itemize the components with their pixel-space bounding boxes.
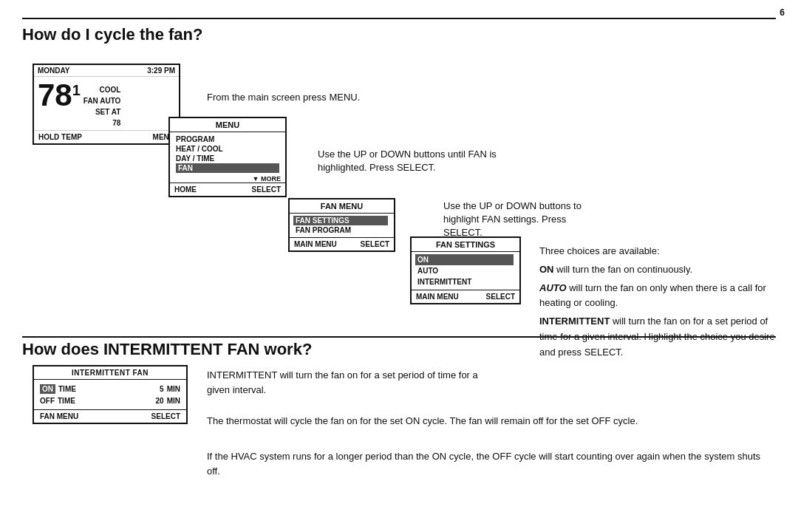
intermittent-off-row: OFF TIME 20 MIN bbox=[40, 395, 180, 406]
fan-settings-select-label: SELECT bbox=[486, 293, 515, 301]
on-choice: ON will turn the fan on continuously. bbox=[539, 262, 776, 278]
menu-item-heat-cool: HEAT / COOL bbox=[176, 144, 279, 154]
fan-auto-label: FAN AUTO bbox=[83, 95, 121, 106]
thermo-bottom-bar: HOLD TEMP MENU bbox=[34, 130, 179, 143]
fan-menu-select-label: SELECT bbox=[361, 240, 389, 248]
menu-item-day-time: DAY / TIME bbox=[176, 154, 279, 163]
fan-settings-main-label: MAIN MENU bbox=[416, 293, 459, 301]
instruction-text-2: Use the UP or DOWN buttons until FAN is … bbox=[318, 148, 502, 174]
fan-setting-on: ON bbox=[415, 254, 514, 265]
paragraph-2: The thermostat will cycle the fan on for… bbox=[207, 414, 768, 429]
menu-home-label: HOME bbox=[174, 185, 197, 194]
paragraph-3: If the HVAC system runs for a longer per… bbox=[207, 449, 768, 478]
menu-box: MENU PROGRAM HEAT / COOL DAY / TIME FAN … bbox=[168, 117, 287, 197]
intermittent-box-title: INTERMITTENT FAN bbox=[34, 366, 186, 380]
time-label-off: TIME bbox=[58, 397, 80, 405]
menu-select-label: SELECT bbox=[252, 185, 281, 194]
intermittent-fan-menu-label: FAN MENU bbox=[40, 412, 78, 420]
auto-choice: AUTO will turn the fan on only when ther… bbox=[539, 281, 776, 312]
intermittent-box-body: ON TIME 5 MIN OFF TIME 20 MIN bbox=[34, 380, 186, 409]
instruction-text-1: From the main screen press MENU. bbox=[207, 92, 360, 103]
instruction-text-3: Use the UP or DOWN buttons to highlight … bbox=[443, 200, 606, 240]
menu-item-fan: FAN bbox=[176, 163, 279, 173]
thermostat-display: MONDAY 3:29 PM 781 COOL FAN AUTO SET AT … bbox=[33, 64, 180, 145]
off-label: OFF bbox=[40, 397, 55, 405]
fan-settings-box-items: ON AUTO INTERMITTENT bbox=[412, 252, 519, 290]
fan-menu-box-items: FAN SETTINGS FAN PROGRAM bbox=[290, 214, 394, 237]
auto-label: AUTO bbox=[539, 282, 567, 293]
fan-menu-item-program: FAN PROGRAM bbox=[296, 225, 388, 235]
thermo-body: 781 COOL FAN AUTO SET AT 78 bbox=[34, 77, 179, 130]
cool-label: COOL bbox=[100, 84, 121, 95]
fan-settings-box-bottom: MAIN MENU SELECT bbox=[412, 290, 519, 303]
thermo-temp: 781 bbox=[38, 80, 81, 111]
choices-intro: Three choices are available: bbox=[539, 244, 776, 259]
fan-setting-intermittent: INTERMITTENT bbox=[417, 276, 514, 287]
fan-menu-box-bottom: MAIN MENU SELECT bbox=[290, 237, 394, 250]
fan-menu-main-label: MAIN MENU bbox=[294, 240, 337, 248]
fan-menu-box-title: FAN MENU bbox=[290, 200, 394, 214]
intermittent-label: INTERMITTENT bbox=[539, 316, 610, 327]
thermo-right-info: COOL FAN AUTO SET AT 78 bbox=[83, 84, 121, 129]
on-time-unit: MIN bbox=[167, 385, 180, 393]
on-time-value: 5 bbox=[160, 385, 164, 393]
choices-text: Three choices are available: ON will tur… bbox=[539, 244, 776, 361]
hold-temp-label: HOLD TEMP bbox=[38, 133, 82, 141]
on-label: ON bbox=[539, 264, 554, 275]
fan-settings-box: FAN SETTINGS ON AUTO INTERMITTENT MAIN M… bbox=[410, 236, 521, 304]
off-time-value: 20 bbox=[156, 397, 164, 405]
time-label-on: TIME bbox=[58, 385, 81, 393]
menu-box-items: PROGRAM HEAT / COOL DAY / TIME FAN bbox=[170, 132, 285, 175]
intermittent-select-label: SELECT bbox=[151, 412, 180, 420]
page-number: 6 bbox=[780, 7, 785, 18]
para1-line2: given interval. bbox=[207, 384, 266, 395]
top-rule bbox=[22, 18, 776, 19]
thermo-time: 3:29 PM bbox=[147, 66, 175, 75]
intermittent-on-row: ON TIME 5 MIN bbox=[40, 383, 180, 395]
on-text: will turn the fan on continuously. bbox=[554, 264, 693, 275]
menu-box-title: MENU bbox=[170, 118, 285, 132]
fan-setting-auto: AUTO bbox=[417, 265, 514, 276]
section1-title: How do I cycle the fan? bbox=[22, 25, 202, 44]
auto-text: will turn the fan on only when there is … bbox=[539, 282, 766, 309]
off-time-unit: MIN bbox=[167, 397, 180, 405]
intermittent-fan-box: INTERMITTENT FAN ON TIME 5 MIN OFF TIME … bbox=[33, 365, 188, 424]
intermittent-box-bottom: FAN MENU SELECT bbox=[34, 409, 186, 423]
section2-title: How does INTERMITTENT FAN work? bbox=[22, 340, 312, 359]
fan-menu-item-settings: FAN SETTINGS bbox=[293, 216, 388, 225]
fan-menu-box: FAN MENU FAN SETTINGS FAN PROGRAM MAIN M… bbox=[288, 198, 395, 252]
set-at-value: 78 bbox=[112, 117, 120, 129]
menu-more-label: ▼ MORE bbox=[170, 175, 285, 183]
set-at-label: SET AT bbox=[95, 106, 120, 117]
on-badge: ON bbox=[40, 384, 55, 394]
thermo-day: MONDAY bbox=[38, 66, 70, 75]
thermo-top-bar: MONDAY 3:29 PM bbox=[34, 65, 179, 77]
fan-settings-box-title: FAN SETTINGS bbox=[412, 238, 519, 252]
menu-box-bottom: HOME SELECT bbox=[170, 183, 285, 196]
menu-item-program: PROGRAM bbox=[176, 134, 279, 144]
para1-line1: INTERMITTENT will turn the fan on for a … bbox=[207, 369, 478, 381]
section2-rule bbox=[22, 336, 776, 338]
paragraph-1: INTERMITTENT will turn the fan on for a … bbox=[207, 368, 724, 397]
